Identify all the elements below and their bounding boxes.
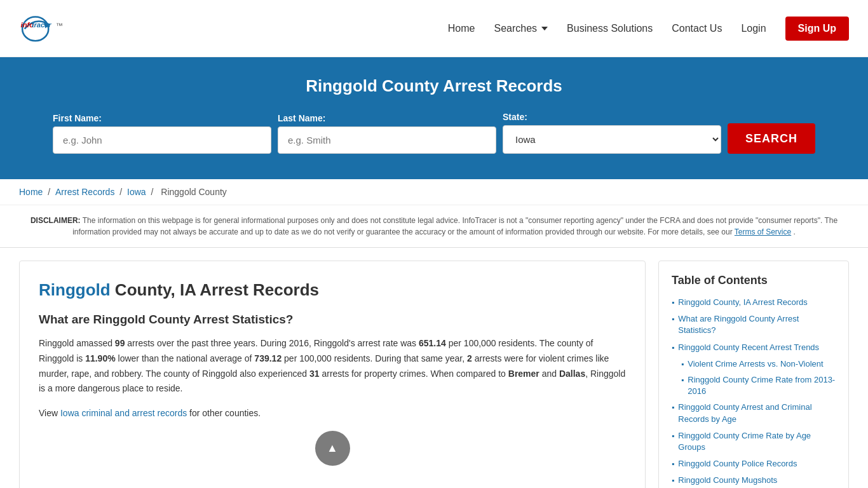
table-of-contents: Table of Contents Ringgold County, IA Ar… xyxy=(658,261,849,488)
toc-item: Ringgold County, IA Arrest Records xyxy=(672,297,836,308)
login-button[interactable]: Login xyxy=(741,23,766,34)
toc-link[interactable]: Ringgold County Recent Arrest Trends xyxy=(678,342,819,353)
svg-text:tracer: tracer xyxy=(32,20,52,28)
toc-item: Ringgold County Mugshots xyxy=(672,475,836,486)
toc-item: Ringgold County Crime Rate by Age Groups xyxy=(672,430,836,453)
first-name-input[interactable] xyxy=(53,126,271,154)
toc-item: Ringgold County Police Records xyxy=(672,458,836,470)
breadcrumb-arrest-records[interactable]: Arrest Records xyxy=(55,187,114,197)
search-button[interactable]: SEARCH xyxy=(728,123,815,154)
iowa-records-link[interactable]: Iowa criminal and arrest records xyxy=(60,408,187,418)
main-content: Ringgold County, IA Arrest Records What … xyxy=(0,248,868,488)
toc-link[interactable]: Ringgold County Police Records xyxy=(678,458,797,470)
page-title: Ringgold County Arrest Records xyxy=(13,76,855,96)
last-name-input[interactable] xyxy=(278,126,496,154)
breadcrumb-sep3: / xyxy=(151,187,156,197)
toc-item: Violent Crime Arrests vs. Non-Violent xyxy=(672,358,836,370)
national-avg: 739.12 xyxy=(254,353,281,363)
arrests-count: 99 xyxy=(115,338,125,348)
state-label: State: xyxy=(503,112,527,122)
logo-tm: ™ xyxy=(56,22,63,29)
disclaimer-text: The information on this webpage is for g… xyxy=(72,216,837,236)
nav-searches[interactable]: Searches xyxy=(494,23,548,34)
toc-item: Ringgold County Arrest and Criminal Reco… xyxy=(672,402,836,424)
section1-paragraph1: Ringgold amassed 99 arrests over the pas… xyxy=(39,336,626,396)
toc-link[interactable]: Violent Crime Arrests vs. Non-Violent xyxy=(688,358,823,370)
breadcrumb-sep2: / xyxy=(119,187,125,197)
toc-link[interactable]: Ringgold County Arrest and Criminal Reco… xyxy=(678,402,836,424)
article: Ringgold County, IA Arrest Records What … xyxy=(19,261,646,488)
state-group: State: Iowa Alabama Alaska Arizona Calif… xyxy=(503,112,721,154)
dallas-county: Dallas xyxy=(559,369,585,379)
site-header: info tracer ™ Home Searches Business Sol… xyxy=(0,0,868,57)
toc-link[interactable]: Ringgold County Crime Rate by Age Groups xyxy=(678,430,836,453)
toc-item: Ringgold County Crime Rate from 2013-201… xyxy=(672,374,836,397)
property-count: 31 xyxy=(309,369,320,379)
logo[interactable]: info tracer ™ xyxy=(19,13,63,44)
nav-contact-us[interactable]: Contact Us xyxy=(672,23,722,34)
breadcrumb-home[interactable]: Home xyxy=(19,187,43,197)
breadcrumb-iowa[interactable]: Iowa xyxy=(127,187,146,197)
toc-link[interactable]: Ringgold County, IA Arrest Records xyxy=(678,297,808,308)
last-name-label: Last Name: xyxy=(278,113,325,123)
scroll-top-button[interactable] xyxy=(315,431,350,466)
breadcrumb-county: Ringgold County xyxy=(161,187,227,197)
state-select[interactable]: Iowa Alabama Alaska Arizona California xyxy=(503,125,721,154)
disclaimer-period: . xyxy=(794,227,796,236)
arrest-rate: 651.14 xyxy=(419,338,446,348)
article-title: Ringgold County, IA Arrest Records xyxy=(39,280,626,300)
article-title-highlight: Ringgold xyxy=(39,280,111,299)
scroll-top-area xyxy=(39,431,626,466)
pct-lower: 11.90% xyxy=(85,353,115,363)
section1-heading: What are Ringgold County Arrest Statisti… xyxy=(39,313,626,327)
toc-link[interactable]: Ringgold County Mugshots xyxy=(678,475,777,486)
main-nav: Home Searches Business Solutions Contact… xyxy=(448,17,849,41)
nav-business-solutions[interactable]: Business Solutions xyxy=(567,23,653,34)
hero-section: Ringgold County Arrest Records First Nam… xyxy=(0,57,868,179)
searches-chevron-icon xyxy=(541,27,548,30)
terms-of-service-link[interactable]: Terms of Service xyxy=(735,227,791,236)
toc-item: What are Ringgold County Arrest Statisti… xyxy=(672,313,836,336)
nav-home[interactable]: Home xyxy=(448,23,475,34)
toc-heading: Table of Contents xyxy=(672,274,836,287)
toc-item: Ringgold County Recent Arrest Trends xyxy=(672,342,836,353)
bremer-county: Bremer xyxy=(508,369,539,379)
first-name-group: First Name: xyxy=(53,113,271,154)
first-name-label: First Name: xyxy=(53,113,102,123)
signup-button[interactable]: Sign Up xyxy=(785,17,849,41)
section1-paragraph2: View Iowa criminal and arrest records fo… xyxy=(39,406,626,421)
breadcrumb: Home / Arrest Records / Iowa / Ringgold … xyxy=(0,179,868,205)
article-title-rest: County, IA Arrest Records xyxy=(111,280,319,299)
disclaimer-label: DISCLAIMER: xyxy=(31,216,81,225)
last-name-group: Last Name: xyxy=(278,113,496,154)
search-form: First Name: Last Name: State: Iowa Alaba… xyxy=(53,112,815,154)
breadcrumb-sep1: / xyxy=(48,187,53,197)
toc-link[interactable]: What are Ringgold County Arrest Statisti… xyxy=(678,313,836,336)
toc-link[interactable]: Ringgold County Crime Rate from 2013-201… xyxy=(688,374,836,397)
toc-list: Ringgold County, IA Arrest RecordsWhat a… xyxy=(672,297,836,486)
violent-count: 2 xyxy=(467,353,472,363)
disclaimer: DISCLAIMER: The information on this webp… xyxy=(0,205,868,248)
